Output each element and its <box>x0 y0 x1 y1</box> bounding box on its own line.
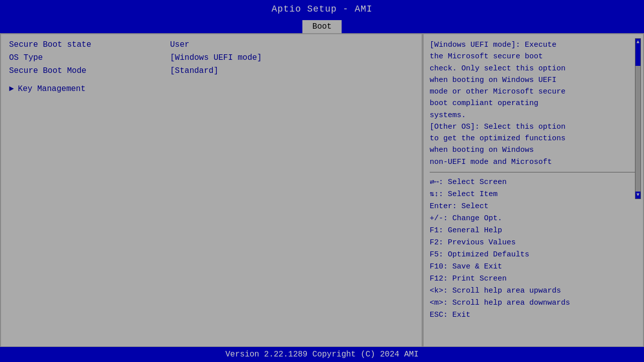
secure-boot-state-label: Secure Boot state <box>9 40 170 49</box>
key-f5-opt: F5: Optimized Defaults <box>430 249 637 261</box>
help-text: [Windows UEFI mode]: Execute the Microso… <box>430 39 637 168</box>
app-title: Aptio Setup - AMI <box>272 4 373 14</box>
key-m-scroll-down: <m>: Scroll help area downwards <box>430 297 637 309</box>
tab-boot[interactable]: Boot <box>302 20 342 33</box>
key-f12-print: F12: Print Screen <box>430 273 637 285</box>
secure-boot-mode-label: Secure Boot Mode <box>9 66 170 75</box>
footer-text: Version 2.22.1289 Copyright (C) 2024 AMI <box>225 350 419 359</box>
key-select-item: ⇅↕: Select Item <box>430 189 637 201</box>
scrollbar-thumb[interactable] <box>635 46 640 66</box>
scroll-down-arrow[interactable]: ▼ <box>635 192 640 199</box>
key-select-screen: ⇄↔: Select Screen <box>430 176 637 189</box>
scrollbar[interactable]: ▲ ▼ <box>635 38 641 199</box>
os-type-value: [Windows UEFI mode] <box>170 53 262 62</box>
secure-boot-mode-value: [Standard] <box>170 66 218 75</box>
secure-boot-mode-row[interactable]: Secure Boot Mode [Standard] <box>9 66 414 75</box>
tab-bar: Boot <box>0 18 644 33</box>
key-change-opt: +/-: Change Opt. <box>430 213 637 225</box>
keybindings: ⇄↔: Select Screen ⇅↕: Select Item Enter:… <box>430 176 637 321</box>
key-f2-prev: F2: Previous Values <box>430 237 637 249</box>
secure-boot-state-row: Secure Boot state User <box>9 40 414 49</box>
left-panel: Secure Boot state User OS Type [Windows … <box>0 33 423 347</box>
main-area: Secure Boot state User OS Type [Windows … <box>0 33 644 347</box>
secure-boot-state-value: User <box>170 40 189 49</box>
submenu-arrow: ► <box>9 84 14 94</box>
os-type-label: OS Type <box>9 53 170 62</box>
key-f10-save: F10: Save & Exit <box>430 261 637 273</box>
divider <box>430 172 637 172</box>
os-type-row[interactable]: OS Type [Windows UEFI mode] <box>9 53 414 62</box>
footer: Version 2.22.1289 Copyright (C) 2024 AMI <box>0 347 644 362</box>
scroll-up-arrow[interactable]: ▲ <box>635 39 640 46</box>
key-management-row[interactable]: ► Key Management <box>9 84 414 94</box>
key-k-scroll-up: <k>: Scroll help area upwards <box>430 285 637 297</box>
title-bar: Aptio Setup - AMI <box>0 0 644 18</box>
key-enter-select: Enter: Select <box>430 201 637 213</box>
key-esc-exit: ESC: Exit <box>430 309 637 321</box>
right-panel: [Windows UEFI mode]: Execute the Microso… <box>423 33 644 347</box>
key-management-label: Key Management <box>18 84 179 94</box>
key-f1-help: F1: General Help <box>430 225 637 237</box>
